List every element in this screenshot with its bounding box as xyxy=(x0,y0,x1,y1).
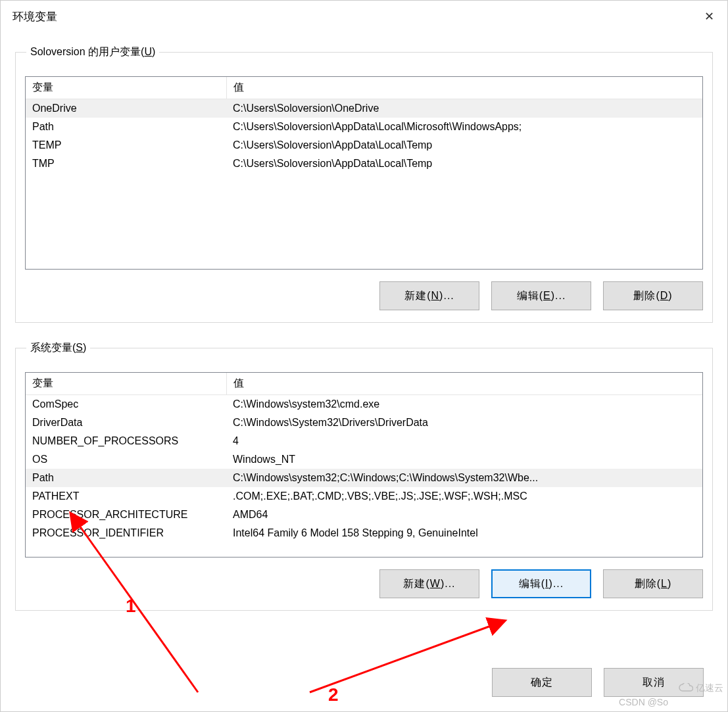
table-row[interactable]: PROCESSOR_ARCHITECTUREAMD64 xyxy=(26,506,702,524)
cell-variable: PROCESSOR_IDENTIFIER xyxy=(26,524,226,542)
cell-variable: TEMP xyxy=(26,136,226,154)
cell-variable: OS xyxy=(26,450,226,469)
sys-delete-button[interactable]: 删除(L) xyxy=(603,569,703,598)
close-button[interactable]: ✕ xyxy=(691,1,727,32)
titlebar: 环境变量 ✕ xyxy=(1,1,727,32)
dialog-title: 环境变量 xyxy=(12,9,57,24)
user-delete-button[interactable]: 删除(D) xyxy=(603,281,703,310)
sys-vars-table: 变量 值 ComSpecC:\Windows\system32\cmd.exeD… xyxy=(26,373,702,542)
ok-button[interactable]: 确定 xyxy=(492,668,592,697)
table-row[interactable]: PathC:\Users\Soloversion\AppData\Local\M… xyxy=(26,118,702,136)
cell-value: C:\Users\Soloversion\OneDrive xyxy=(226,99,702,118)
cell-value: C:\Users\Soloversion\AppData\Local\Temp xyxy=(226,154,702,173)
legend-text: Soloversion 的用户变量( xyxy=(30,46,144,57)
cell-value: AMD64 xyxy=(226,506,702,524)
cell-value: Intel64 Family 6 Model 158 Stepping 9, G… xyxy=(226,524,702,542)
cell-value: 4 xyxy=(226,432,702,450)
cell-value: C:\Windows\system32\cmd.exe xyxy=(226,395,702,414)
table-row[interactable]: ComSpecC:\Windows\system32\cmd.exe xyxy=(26,395,702,414)
table-row[interactable]: PATHEXT.COM;.EXE;.BAT;.CMD;.VBS;.VBE;.JS… xyxy=(26,487,702,506)
legend-text: ) xyxy=(152,46,155,57)
env-vars-dialog: 环境变量 ✕ Soloversion 的用户变量(U) 变量 值 xyxy=(0,0,728,712)
cell-variable: Path xyxy=(26,469,226,487)
cell-value: C:\Windows\system32;C:\Windows;C:\Window… xyxy=(226,469,702,487)
col-header-variable[interactable]: 变量 xyxy=(26,77,226,99)
cell-variable: Path xyxy=(26,118,226,136)
cell-variable: DriverData xyxy=(26,414,226,432)
sys-buttons-row: 新建(W)... 编辑(I)... 删除(L) xyxy=(25,569,703,598)
user-vars-table-container[interactable]: 变量 值 OneDriveC:\Users\Soloversion\OneDri… xyxy=(25,76,703,270)
cell-value: .COM;.EXE;.BAT;.CMD;.VBS;.VBE;.JS;.JSE;.… xyxy=(226,487,702,506)
cell-variable: NUMBER_OF_PROCESSORS xyxy=(26,432,226,450)
cell-variable: TMP xyxy=(26,154,226,173)
cell-value: C:\Users\Soloversion\AppData\Local\Micro… xyxy=(226,118,702,136)
table-row[interactable]: OSWindows_NT xyxy=(26,450,702,469)
sys-edit-button[interactable]: 编辑(I)... xyxy=(491,569,591,598)
table-row[interactable]: OneDriveC:\Users\Soloversion\OneDrive xyxy=(26,99,702,118)
system-variables-group: 系统变量(S) 变量 值 ComSpecC:\Windows\system32\… xyxy=(15,341,713,611)
user-group-legend: Soloversion 的用户变量(U) xyxy=(26,45,159,59)
col-header-value[interactable]: 值 xyxy=(226,77,702,99)
watermark-text: 亿速云 xyxy=(696,682,723,693)
user-vars-table: 变量 值 OneDriveC:\Users\Soloversion\OneDri… xyxy=(26,77,702,173)
sys-new-button[interactable]: 新建(W)... xyxy=(379,569,479,598)
cell-value: Windows_NT xyxy=(226,450,702,469)
col-header-variable[interactable]: 变量 xyxy=(26,373,226,395)
sys-group-legend: 系统变量(S) xyxy=(26,341,90,355)
cloud-icon xyxy=(679,683,693,694)
user-new-button[interactable]: 新建(N)... xyxy=(379,281,479,310)
cell-variable: PROCESSOR_ARCHITECTURE xyxy=(26,506,226,524)
cell-value: C:\Windows\System32\Drivers\DriverData xyxy=(226,414,702,432)
close-icon: ✕ xyxy=(704,9,714,24)
dialog-content: Soloversion 的用户变量(U) 变量 值 OneDriveC:\Use… xyxy=(1,32,727,611)
table-row[interactable]: TEMPC:\Users\Soloversion\AppData\Local\T… xyxy=(26,136,702,154)
user-variables-group: Soloversion 的用户变量(U) 变量 值 OneDriveC:\Use… xyxy=(15,45,713,323)
table-row[interactable]: PROCESSOR_IDENTIFIERIntel64 Family 6 Mod… xyxy=(26,524,702,542)
sys-vars-table-container[interactable]: 变量 值 ComSpecC:\Windows\system32\cmd.exeD… xyxy=(25,372,703,558)
table-row[interactable]: TMPC:\Users\Soloversion\AppData\Local\Te… xyxy=(26,154,702,173)
legend-text: ) xyxy=(83,342,86,353)
table-row[interactable]: DriverDataC:\Windows\System32\Drivers\Dr… xyxy=(26,414,702,432)
watermark-csdn: CSDN @So xyxy=(619,697,668,707)
legend-text: 系统变量( xyxy=(30,342,76,353)
user-edit-button[interactable]: 编辑(E)... xyxy=(491,281,591,310)
legend-hotkey: S xyxy=(76,342,83,353)
user-buttons-row: 新建(N)... 编辑(E)... 删除(D) xyxy=(25,281,703,310)
legend-hotkey: U xyxy=(144,46,152,57)
cell-value: C:\Users\Soloversion\AppData\Local\Temp xyxy=(226,136,702,154)
cell-variable: OneDrive xyxy=(26,99,226,118)
cell-variable: ComSpec xyxy=(26,395,226,414)
table-row[interactable]: PathC:\Windows\system32;C:\Windows;C:\Wi… xyxy=(26,469,702,487)
table-row[interactable]: NUMBER_OF_PROCESSORS4 xyxy=(26,432,702,450)
col-header-value[interactable]: 值 xyxy=(226,373,702,395)
watermark-yisu: 亿速云 xyxy=(679,682,723,694)
cell-variable: PATHEXT xyxy=(26,487,226,506)
